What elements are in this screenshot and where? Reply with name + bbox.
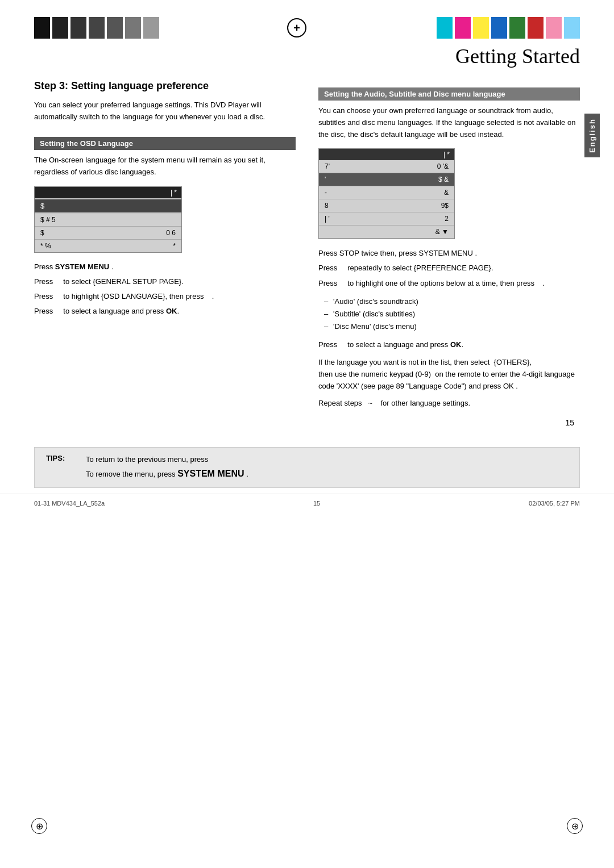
audio-row-5-right: & ▼ xyxy=(435,228,449,236)
left-intro-text: You can select your preferred language s… xyxy=(34,99,296,123)
bar-7 xyxy=(143,17,159,39)
menu-row-3: * % * xyxy=(35,240,181,252)
right-instructions: Press STOP twice then, press SYSTEM MENU… xyxy=(318,247,580,289)
audio-row-1: ' $ & xyxy=(319,173,454,186)
top-color-bar xyxy=(0,17,614,39)
right-subheading: Setting the Audio, Subtitle and Disc men… xyxy=(318,87,580,101)
page-title-area: Getting Started xyxy=(0,39,614,80)
tips-content: To return to the previous menu, press To… xyxy=(86,453,248,481)
menu-row-3-left: * % xyxy=(40,242,51,250)
right-color-bars xyxy=(434,17,580,39)
tips-bar: TIPS: To return to the previous menu, pr… xyxy=(34,447,580,487)
sidebar-label: English xyxy=(584,114,600,157)
r-instr-4: Press to select a language and press OK. xyxy=(318,339,580,351)
audio-row-4: | ' 2 xyxy=(319,212,454,226)
audio-row-1-left: ' xyxy=(325,176,326,183)
left-instructions: Press SYSTEM MENU . Press to select {GEN… xyxy=(34,261,296,318)
instr-2: Press to select {GENERAL SETUP PAGE}. xyxy=(34,276,296,288)
bar-6 xyxy=(125,17,141,39)
page-footer: 01-31 MDV434_LA_552a 15 02/03/05, 5:27 P… xyxy=(0,494,614,512)
page-number: 15 xyxy=(0,415,614,430)
osd-subheading: Setting the OSD Language xyxy=(34,137,296,150)
footer-center: 15 xyxy=(313,500,320,507)
right-instructions-2: Press to select a language and press OK. xyxy=(318,339,580,351)
audio-row-0-left: 7' xyxy=(325,162,330,170)
bar-pink xyxy=(546,17,562,39)
audio-row-2: - & xyxy=(319,186,454,199)
audio-options-list: 'Audio' (disc's soundtrack) 'Subtitle' (… xyxy=(327,295,580,333)
left-column: Step 3: Setting language preference You … xyxy=(34,80,296,415)
audio-row-4-left: | ' xyxy=(325,215,330,223)
audio-option-3: 'Disc Menu' (disc's menu) xyxy=(327,320,580,333)
menu-selected-row: $ xyxy=(35,199,181,212)
tips-line-1: To return to the previous menu, press xyxy=(86,453,248,466)
menu-row-2: $ 0 6 xyxy=(35,227,181,240)
audio-row-1-right: $ & xyxy=(438,176,449,183)
left-section-heading: Step 3: Setting language preference xyxy=(34,80,296,93)
left-color-bars xyxy=(34,17,159,39)
audio-row-3-right: 9$ xyxy=(441,202,449,210)
audio-row-5: & ▼ xyxy=(319,226,454,239)
osd-body-text: The On-screen language for the system me… xyxy=(34,155,296,178)
top-crosshair xyxy=(159,17,434,39)
r-instr-3: Press to highlight one of the options be… xyxy=(318,277,580,290)
audio-row-3-left: 8 xyxy=(325,202,329,210)
bar-red xyxy=(528,17,544,39)
audio-option-1: 'Audio' (disc's soundtrack) xyxy=(327,295,580,308)
bottom-crosshair-left: ⊕ xyxy=(31,818,47,834)
r-instr-2: Press repeatedly to select {PREFERENCE P… xyxy=(318,262,580,274)
instr-4: Press to select a language and press OK. xyxy=(34,305,296,318)
bar-ltblue xyxy=(564,17,580,39)
instr-3: Press to highlight {OSD LANGUAGE}, then … xyxy=(34,290,296,303)
menu-row-1: $ # 5 xyxy=(35,214,181,227)
right-repeat-steps: Repeat steps ~ for other language settin… xyxy=(318,398,580,410)
bar-yellow xyxy=(473,17,489,39)
menu-row-2-right: 0 6 xyxy=(166,229,176,237)
menu-selected-label: $ xyxy=(40,202,44,210)
osd-menu-screen: | * $ $ # 5 $ 0 6 * % * xyxy=(34,186,182,253)
page-title: Getting Started xyxy=(0,44,580,68)
menu-row-2-left: $ xyxy=(40,229,44,237)
bottom-left-crosshair-icon: ⊕ xyxy=(31,818,47,834)
audio-menu-screen: | * 7' 0 '& ' $ & - & 8 9$ | ' 2 xyxy=(318,148,455,239)
bottom-right-crosshair-icon: ⊕ xyxy=(567,818,583,834)
main-content: Step 3: Setting language preference You … xyxy=(0,80,614,415)
audio-row-2-left: - xyxy=(325,189,327,197)
bar-3 xyxy=(70,17,86,39)
audio-option-2: 'Subtitle' (disc's subtitles) xyxy=(327,308,580,320)
menu-row-1-left: $ # 5 xyxy=(40,216,56,224)
bar-magenta xyxy=(455,17,471,39)
bar-green xyxy=(509,17,525,39)
audio-row-0: 7' 0 '& xyxy=(319,160,454,173)
bar-cyan xyxy=(437,17,453,39)
audio-menu-title: | * xyxy=(319,149,454,160)
right-body-text: You can choose your own preferred langua… xyxy=(318,105,580,140)
bar-5 xyxy=(107,17,123,39)
tips-label: TIPS: xyxy=(46,453,74,462)
right-if-not-in-list: If the language you want is not in the l… xyxy=(318,357,580,392)
menu-row-3-right: * xyxy=(173,242,176,250)
audio-row-4-right: 2 xyxy=(445,215,449,223)
audio-row-0-right: 0 '& xyxy=(437,162,449,170)
bar-2 xyxy=(52,17,68,39)
bar-4 xyxy=(89,17,105,39)
crosshair-icon xyxy=(287,18,306,37)
bar-1 xyxy=(34,17,50,39)
tips-line-2: To remove the menu, press SYSTEM MENU . xyxy=(86,466,248,481)
instr-1: Press SYSTEM MENU . xyxy=(34,261,296,273)
audio-row-2-right: & xyxy=(444,189,449,197)
right-sidebar: English xyxy=(581,114,603,157)
audio-row-3: 8 9$ xyxy=(319,199,454,212)
r-instr-1: Press STOP twice then, press SYSTEM MENU… xyxy=(318,247,580,260)
bar-blue xyxy=(491,17,507,39)
menu-title: | * xyxy=(35,187,181,198)
footer-left: 01-31 MDV434_LA_552a xyxy=(34,500,105,507)
footer-right: 02/03/05, 5:27 PM xyxy=(529,500,580,507)
right-column: Setting the Audio, Subtitle and Disc men… xyxy=(318,80,580,415)
bottom-crosshair-right: ⊕ xyxy=(567,818,583,834)
